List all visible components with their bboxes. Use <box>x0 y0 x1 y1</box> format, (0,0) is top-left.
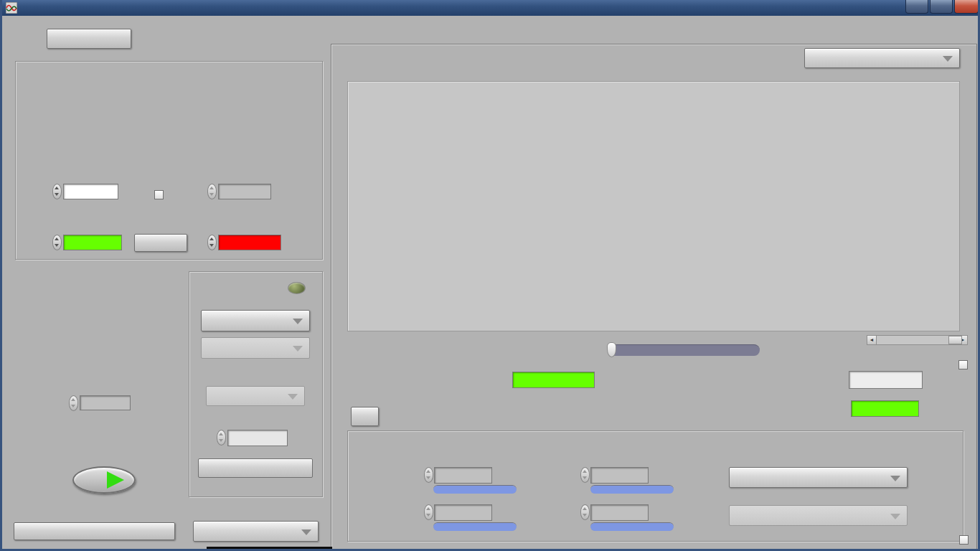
scrollbar-thumb[interactable] <box>948 336 962 344</box>
spectrum-chart[interactable] <box>347 81 960 331</box>
scroll-left-icon[interactable]: ◄ <box>867 336 877 344</box>
ch1-filter-mode-dropdown[interactable] <box>729 467 908 488</box>
title-bar[interactable] <box>2 0 978 16</box>
chevron-down-icon <box>943 56 953 62</box>
ch2-cutoff-spinner <box>424 504 433 520</box>
channel-selector-dropdown[interactable] <box>804 48 960 68</box>
zoom-slider[interactable] <box>608 344 760 356</box>
channel-mode-dropdown[interactable] <box>193 521 319 542</box>
zoom-slider-thumb[interactable] <box>607 342 616 357</box>
restore-button[interactable] <box>930 0 953 14</box>
trigger-source-dropdown <box>201 337 310 359</box>
amplitude-panel <box>15 61 323 260</box>
chevron-down-icon <box>890 514 900 519</box>
ch1-cutoff-value <box>434 467 492 484</box>
offset-ch1-value[interactable] <box>63 235 122 250</box>
taskbar-fragment <box>207 547 332 551</box>
chevron-down-icon <box>293 319 303 324</box>
run-stop-button[interactable] <box>72 466 136 494</box>
trigger-led <box>288 282 306 294</box>
copyright-button[interactable] <box>14 522 175 540</box>
ch2-high-spinner <box>580 504 590 520</box>
main-frequency-value <box>512 372 595 388</box>
threshold-value <box>227 430 288 446</box>
chevron-down-icon <box>890 476 900 481</box>
play-icon <box>107 471 124 489</box>
ch2-filter-mode-dropdown <box>729 505 908 526</box>
ch2-high-value <box>590 504 649 521</box>
log-x-checkbox[interactable] <box>958 360 968 369</box>
trigger-mode-dropdown[interactable] <box>201 310 310 331</box>
app-window: ◄ ► <box>0 0 980 551</box>
app-icon <box>6 2 17 14</box>
amplitude-sync-checkbox[interactable] <box>154 190 164 199</box>
threshold-spinner <box>217 430 226 446</box>
minimize-button[interactable] <box>905 0 928 14</box>
trigger-edge-dropdown <box>206 386 305 406</box>
chevron-down-icon <box>288 394 298 400</box>
close-button[interactable] <box>954 0 979 14</box>
exit-button[interactable] <box>47 29 131 49</box>
amplitude-ch2-spinner <box>207 184 217 199</box>
chevron-down-icon <box>301 529 311 535</box>
offset-ch2-spinner[interactable] <box>207 235 217 250</box>
offset-reset-button[interactable] <box>134 234 187 252</box>
time-spinner <box>69 395 78 411</box>
ch2-cutoff-value <box>434 504 492 521</box>
ch2-cutoff-slider <box>433 522 517 531</box>
spectrum-plot[interactable] <box>348 82 959 331</box>
time-value <box>80 395 131 410</box>
filter-sync-checkbox[interactable] <box>959 535 969 545</box>
ch1-high-value <box>590 467 649 484</box>
ch1-cutoff-spinner <box>424 467 433 483</box>
auto-set-button <box>198 458 313 478</box>
cursor-frequency-value <box>849 371 923 389</box>
amplitude-ch1-spinner[interactable] <box>52 184 62 199</box>
ch1-cutoff-slider <box>433 485 517 494</box>
thd-value <box>851 400 919 417</box>
ch1-high-slider <box>590 485 674 494</box>
offset-ch2-value[interactable] <box>218 235 281 250</box>
chart-h-scrollbar[interactable]: ◄ ► <box>867 335 968 345</box>
offset-ch1-spinner[interactable] <box>52 235 62 250</box>
chevron-down-icon <box>293 346 303 352</box>
amplitude-ch2-value <box>218 184 271 199</box>
filter-window-button[interactable] <box>351 407 379 426</box>
scrollbar-track[interactable] <box>877 336 958 344</box>
ch2-high-slider <box>590 522 674 531</box>
amplitude-ch1-value[interactable] <box>63 184 118 199</box>
ch1-high-spinner <box>580 467 590 483</box>
